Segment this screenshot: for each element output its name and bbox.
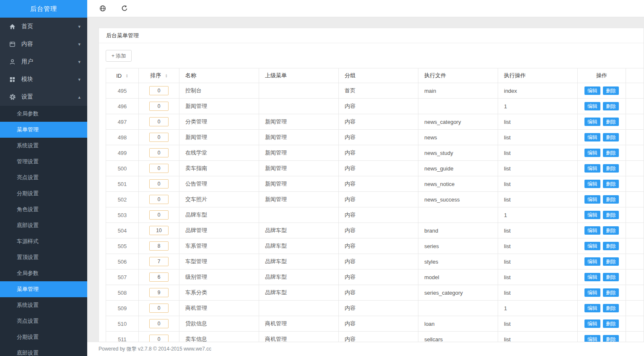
submenu-item[interactable]: 置顶设置 (0, 249, 87, 265)
header-sort[interactable]: 排序 ▲▼ (139, 68, 179, 83)
table-row: 501公告管理新闻管理内容news_noticelist编辑删除 (106, 176, 644, 192)
submenu-item[interactable]: 系统设置 (0, 138, 87, 154)
cell-group: 内容 (339, 207, 418, 223)
sort-input[interactable] (149, 117, 169, 126)
refresh-icon[interactable] (121, 5, 128, 12)
delete-button[interactable]: 删除 (603, 149, 619, 157)
sidebar-item-home[interactable]: 首页▾ (0, 18, 87, 35)
sort-input[interactable] (149, 319, 169, 328)
cell-parent: 新闻管理 (259, 192, 339, 207)
submenu-item[interactable]: 底部设置 (0, 217, 87, 233)
sort-input[interactable] (149, 195, 169, 204)
sort-input[interactable] (149, 133, 169, 142)
edit-button[interactable]: 编辑 (584, 257, 600, 266)
delete-button[interactable]: 删除 (603, 257, 619, 266)
edit-button[interactable]: 编辑 (584, 164, 600, 173)
globe-icon[interactable] (99, 5, 106, 12)
sort-input[interactable] (149, 164, 169, 173)
cell-extra (626, 270, 644, 285)
submenu-item[interactable]: 全局参数 (0, 265, 87, 281)
cell-name: 新闻管理 (179, 130, 259, 145)
chevron-down-icon: ▾ (78, 24, 80, 29)
cell-id: 497 (106, 114, 139, 130)
submenu-item[interactable]: 亮点设置 (0, 313, 87, 329)
table-row: 495控制台首页mainindex编辑删除 (106, 83, 644, 99)
sort-input[interactable] (149, 304, 169, 313)
header-group: 分组 (339, 68, 418, 83)
delete-button[interactable]: 删除 (603, 226, 619, 235)
cell-file: main (418, 83, 498, 99)
cell-id: 507 (106, 270, 139, 285)
sort-input[interactable] (149, 335, 169, 342)
add-button[interactable]: + 添加 (106, 50, 132, 62)
cell-action: list (498, 114, 578, 130)
sort-input[interactable] (149, 86, 169, 95)
delete-button[interactable]: 删除 (603, 133, 619, 141)
submenu-item[interactable]: 分期设置 (0, 186, 87, 202)
cell-extra (626, 130, 644, 145)
sort-input[interactable] (149, 102, 169, 111)
delete-button[interactable]: 删除 (603, 242, 619, 250)
edit-button[interactable]: 编辑 (584, 335, 600, 342)
sidebar-item-content[interactable]: 内容▾ (0, 35, 87, 53)
app: 后台管理 首页▾内容▾用户▾模块▾设置▴ 全局参数菜单管理系统设置管理设置亮点设… (0, 0, 644, 356)
sort-input[interactable] (149, 148, 169, 157)
submenu-item[interactable]: 管理设置 (0, 154, 87, 170)
submenu-item[interactable]: 全局参数 (0, 106, 87, 122)
delete-button[interactable]: 删除 (603, 335, 619, 342)
menu-table: ID ▲▼ 排序 ▲▼ 名称 上级菜单 分组 (106, 68, 637, 342)
delete-button[interactable]: 删除 (603, 304, 619, 312)
delete-button[interactable]: 删除 (603, 180, 619, 188)
delete-button[interactable]: 删除 (603, 319, 619, 328)
delete-button[interactable]: 删除 (603, 195, 619, 204)
edit-button[interactable]: 编辑 (584, 133, 600, 141)
sort-input[interactable] (149, 288, 169, 297)
cell-action: list (498, 285, 578, 301)
edit-button[interactable]: 编辑 (584, 102, 600, 110)
submenu-item[interactable]: 系统设置 (0, 297, 87, 313)
edit-button[interactable]: 编辑 (584, 319, 600, 328)
cell-extra (626, 145, 644, 161)
sidebar-item-user[interactable]: 用户▾ (0, 53, 87, 71)
submenu-item[interactable]: 角色设置 (0, 202, 87, 217)
cell-file (418, 301, 498, 316)
submenu-item[interactable]: 菜单管理 (0, 122, 87, 138)
submenu-item[interactable]: 菜单管理 (0, 281, 87, 297)
edit-button[interactable]: 编辑 (584, 288, 600, 297)
edit-button[interactable]: 编辑 (584, 195, 600, 204)
submenu-item[interactable]: 亮点设置 (0, 170, 87, 186)
delete-button[interactable]: 删除 (603, 86, 619, 95)
sort-input[interactable] (149, 257, 169, 266)
sort-input[interactable] (149, 179, 169, 188)
edit-button[interactable]: 编辑 (584, 242, 600, 250)
cell-ops: 编辑删除 (578, 207, 626, 223)
sort-input[interactable] (149, 210, 169, 220)
edit-button[interactable]: 编辑 (584, 211, 600, 219)
sidebar-item-settings[interactable]: 设置▴ (0, 88, 87, 106)
sort-input[interactable] (149, 272, 169, 282)
edit-button[interactable]: 编辑 (584, 226, 600, 235)
cell-action: list (498, 238, 578, 254)
submenu-item[interactable]: 底部设置 (0, 345, 87, 356)
delete-button[interactable]: 删除 (603, 288, 619, 297)
home-icon (9, 23, 16, 30)
table-row: 505车系管理品牌车型内容serieslist编辑删除 (106, 238, 644, 254)
edit-button[interactable]: 编辑 (584, 149, 600, 157)
submenu-item[interactable]: 分期设置 (0, 329, 87, 345)
delete-button[interactable]: 删除 (603, 273, 619, 281)
edit-button[interactable]: 编辑 (584, 180, 600, 188)
sort-input[interactable] (149, 226, 169, 235)
edit-button[interactable]: 编辑 (584, 118, 600, 126)
delete-button[interactable]: 删除 (603, 118, 619, 126)
edit-button[interactable]: 编辑 (584, 86, 600, 95)
edit-button[interactable]: 编辑 (584, 304, 600, 312)
header-id[interactable]: ID ▲▼ (106, 68, 139, 83)
delete-button[interactable]: 删除 (603, 102, 619, 110)
delete-button[interactable]: 删除 (603, 164, 619, 173)
delete-button[interactable]: 删除 (603, 211, 619, 219)
cell-file: series_category (418, 285, 498, 301)
edit-button[interactable]: 编辑 (584, 273, 600, 281)
sidebar-item-module[interactable]: 模块▾ (0, 71, 87, 88)
submenu-item[interactable]: 车源样式 (0, 233, 87, 249)
sort-input[interactable] (149, 241, 169, 251)
